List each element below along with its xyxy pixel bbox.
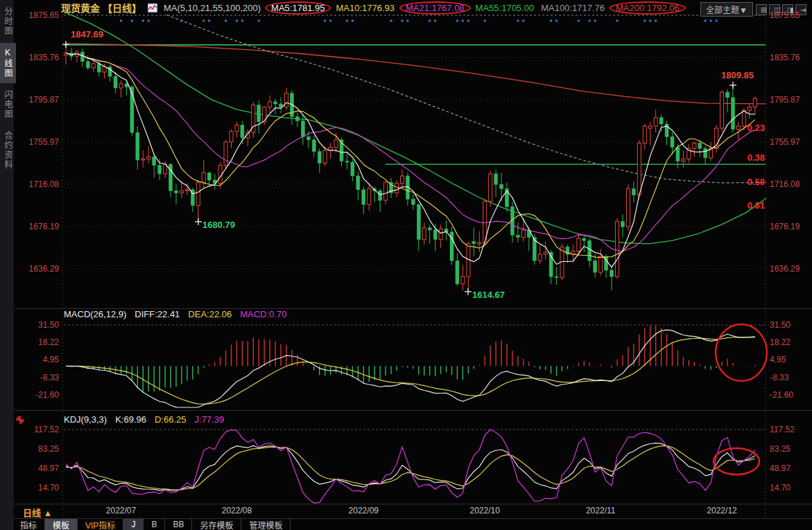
x-axis-label-2022-09: 2022/09 xyxy=(349,506,379,515)
macd-axis-right-1: 18.22 xyxy=(770,337,809,347)
ma-values: MA5:1781.95MA10:1776.93MA21:1767.08MA55:… xyxy=(267,3,684,13)
sidebar-item-0[interactable]: 分时图 xyxy=(0,2,16,41)
ma-value-5: MA200:1792.06 xyxy=(610,1,686,15)
kdj-k-value: K:69.96 xyxy=(115,414,146,425)
price-axis-right-3: 1755.97 xyxy=(770,137,809,147)
trading-app: 分时图K线图闪电图合约资料 现货黄金 【日线】 MA(5,10,21,55,10… xyxy=(0,0,812,530)
macd-axis-left-1: 18.22 xyxy=(20,337,59,347)
price-axis-right-2: 1795.87 xyxy=(770,95,809,105)
macd-header: MACD(26,12,9) DIFF:22.41 DEA:22.06 MACD:… xyxy=(64,309,286,319)
price-annotation-1680.79: 1680.79 xyxy=(202,220,235,230)
macd-axis-left-0: 31.50 xyxy=(20,320,59,330)
price-axis-right-0: 1875.65 xyxy=(770,10,809,20)
price-axis-left-2: 1795.87 xyxy=(20,95,59,105)
price-axis-left-1: 1835.76 xyxy=(20,53,59,62)
macd-axis-right-0: 31.50 xyxy=(770,320,809,330)
macd-dea-value: DEA:22.06 xyxy=(188,309,232,319)
macd-axis-left-2: 4.95 xyxy=(20,355,59,364)
kdj-axis-left-3: 14.70 xyxy=(20,483,59,493)
toolbar-tab-1[interactable]: 模板 xyxy=(45,519,78,530)
macd-title: MACD(26,12,9) xyxy=(64,309,126,319)
macd-axis-right-2: 4.95 xyxy=(770,355,809,364)
fib-level-label-0.38: 0.38 xyxy=(723,153,765,163)
price-axis-left-6: 1636.29 xyxy=(20,264,59,274)
price-axis-left-4: 1716.08 xyxy=(20,179,59,189)
price-axis-right-1: 1835.76 xyxy=(770,53,809,62)
ma-value-3: MA55:1705.00 xyxy=(476,3,535,13)
toolbar-tab-5[interactable]: BB xyxy=(165,519,192,530)
macd-diff-value: DIFF:22.41 xyxy=(135,309,180,319)
x-axis-label-2022-12: 2022/12 xyxy=(707,506,736,515)
price-annotation-1847.69: 1847.69 xyxy=(71,29,103,39)
ma-config-label: MA(5,10,21,55,100,200) xyxy=(164,3,261,13)
macd-axis-left-4: -21.60 xyxy=(20,390,59,400)
toolbar-tab-3[interactable]: J xyxy=(123,519,144,530)
fib-level-label-0.61: 0.61 xyxy=(723,201,765,211)
toolbar-tab-2[interactable]: VIP指标 xyxy=(78,519,123,530)
fib-level-label-0.50: 0.50 xyxy=(723,177,765,187)
toolbar-tab-6[interactable]: 另存模板 xyxy=(192,519,241,530)
price-annotation-1809.85: 1809.85 xyxy=(721,70,754,80)
ma-value-1: MA10:1776.93 xyxy=(336,3,395,13)
toolbar-tab-7[interactable]: 管理模板 xyxy=(241,519,291,530)
kdj-header: KDJ(9,3,3) K:69.96 D:66.25 J:77.39 xyxy=(64,414,224,425)
macd-axis-right-3: -8.33 xyxy=(770,373,809,382)
bottom-toolbar: 指标模板VIP指标JBBB另存模板管理模板 xyxy=(12,519,291,530)
ma-value-4: MA100:1717.76 xyxy=(541,3,605,13)
kdj-d-value: D:66.25 xyxy=(155,414,187,425)
kdj-axis-right-0: 117.52 xyxy=(770,425,809,434)
x-axis-label-2022-07: 2022/07 xyxy=(106,506,136,515)
kdj-j-value: J:77.39 xyxy=(195,414,225,425)
price-annotation-1614.67: 1614.67 xyxy=(472,290,505,300)
price-axis-right-5: 1676.19 xyxy=(770,222,809,231)
x-axis-label-2022-11: 2022/11 xyxy=(586,506,616,515)
x-axis-label-2022-08: 2022/08 xyxy=(222,506,252,515)
chart-type-sidebar: 分时图K线图闪电图合约资料 xyxy=(0,0,15,530)
sidebar-item-3[interactable]: 合约资料 xyxy=(0,126,16,175)
chart-canvas[interactable] xyxy=(0,0,812,530)
ma-value-0: MA5:1781.95 xyxy=(265,1,331,15)
kdj-axis-left-2: 48.97 xyxy=(20,463,59,473)
sidebar-item-1[interactable]: K线图 xyxy=(0,43,16,83)
macd-axis-left-3: -8.33 xyxy=(20,373,59,382)
ma-indicator-icon xyxy=(148,3,157,12)
kdj-axis-left-1: 83.25 xyxy=(20,444,59,454)
price-axis-left-0: 1875.65 xyxy=(20,10,59,20)
toolbar-tab-0[interactable]: 指标 xyxy=(12,519,45,530)
price-axis-left-5: 1676.19 xyxy=(20,222,59,231)
kdj-axis-left-0: 117.52 xyxy=(20,425,59,434)
kdj-axis-right-2: 48.97 xyxy=(770,463,809,473)
kdj-axis-right-3: 14.70 xyxy=(770,483,809,493)
period-selector[interactable]: 日线 ▲ xyxy=(23,506,52,519)
kdj-axis-right-1: 83.25 xyxy=(770,444,809,454)
fib-level-label-0.23: 0.23 xyxy=(723,123,765,133)
symbol-title: 现货黄金 【日线】 xyxy=(61,1,141,15)
macd-value: MACD:0.70 xyxy=(240,309,286,319)
ma-value-2: MA21:1767.08 xyxy=(399,1,471,15)
pan-move-icon[interactable]: ⊞ xyxy=(756,4,767,15)
kdj-title: KDJ(9,3,3) xyxy=(64,414,107,425)
x-axis-label-2022-10: 2022/10 xyxy=(469,506,499,515)
price-axis-right-6: 1636.29 xyxy=(770,264,809,274)
chart-header: 现货黄金 【日线】 MA(5,10,21,55,100,200) MA5:178… xyxy=(61,1,684,14)
price-axis-left-3: 1755.97 xyxy=(20,137,59,147)
macd-axis-right-4: -21.60 xyxy=(770,390,809,400)
theme-dropdown-button[interactable]: 全部主题▼ xyxy=(700,2,753,17)
price-axis-right-4: 1716.08 xyxy=(770,179,809,189)
toolbar-tab-4[interactable]: B xyxy=(144,519,165,530)
sidebar-item-2[interactable]: 闪电图 xyxy=(0,85,16,124)
